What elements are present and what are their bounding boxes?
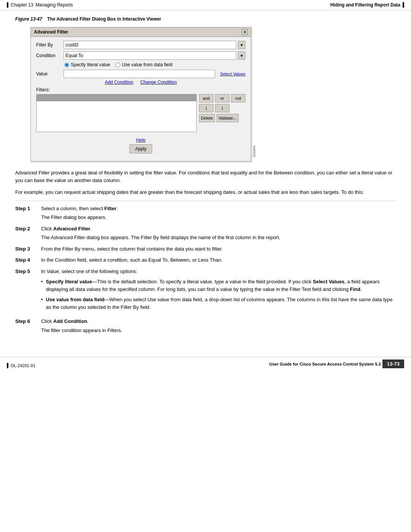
step-2-sub: The Advanced Filter dialog box appears. … xyxy=(41,234,396,241)
filters-container: and or not ( ) Delete Validate... xyxy=(36,94,245,132)
radio-data-field-label: Use value from data field xyxy=(122,62,172,67)
filter-by-field: ▼ xyxy=(64,41,245,49)
step-5: Step 5 In Value, select one of the follo… xyxy=(15,268,396,314)
filter-by-row: Filter By ▼ xyxy=(36,41,245,49)
bullet-2-dot: • xyxy=(41,296,43,311)
add-condition-link[interactable]: Add Condition xyxy=(105,80,133,85)
body-para2: For example, you can request actual ship… xyxy=(15,189,396,196)
page-header: Chapter 13 Managing Reports Hiding and F… xyxy=(0,0,411,10)
header-right-title: Hiding and Filtering Report Data xyxy=(330,2,400,8)
bullet-2: • Use value from data field—When you sel… xyxy=(41,296,396,311)
step-4-text: In the Condition field, select a conditi… xyxy=(41,257,222,263)
step-6: Step 6 Click Add Condition. The filter c… xyxy=(15,318,396,334)
step-1-label: Step 1 xyxy=(15,205,41,221)
apply-button[interactable]: Apply xyxy=(129,144,152,153)
dialog-close-button[interactable]: ✕ xyxy=(242,29,248,35)
value-label: Value xyxy=(36,71,64,77)
chapter-label: Chapter 13 xyxy=(11,2,33,8)
step-3: Step 3 From the Filter By menu, select t… xyxy=(15,245,396,253)
condition-label: Condition xyxy=(36,53,64,58)
dialog-footer: Help Apply xyxy=(36,135,245,157)
value-row: Value Select Values xyxy=(36,70,245,78)
or-button[interactable]: or xyxy=(215,94,229,102)
chapter-title: Managing Reports xyxy=(35,2,73,8)
footer-left-bar-icon xyxy=(7,363,8,368)
close-icon: ✕ xyxy=(243,30,247,35)
step-2-label: Step 2 xyxy=(15,225,41,241)
validate-button[interactable]: Validate... xyxy=(217,114,239,122)
header-left: Chapter 13 Managing Reports xyxy=(7,2,73,8)
footer-right-text: User Guide for Cisco Secure Access Contr… xyxy=(269,362,381,366)
footer-right: User Guide for Cisco Secure Access Contr… xyxy=(269,359,404,368)
filter-by-label: Filter By xyxy=(36,42,64,48)
step-4-content: In the Condition field, select a conditi… xyxy=(41,256,396,264)
step-6-label: Step 6 xyxy=(15,318,41,334)
delete-button[interactable]: Delete xyxy=(199,114,215,122)
step-1-text: Select a column, then select Filter. xyxy=(41,206,118,211)
page-content: Figure 13-47 The Advanced Filter Dialog … xyxy=(0,10,411,349)
dialog-wrapper: Advanced Filter ✕ Filter By ▼ Condit xyxy=(30,27,396,161)
step-3-content: From the Filter By menu, select the colu… xyxy=(41,245,396,253)
filters-list[interactable] xyxy=(36,94,197,132)
filter-by-dropdown-arrow[interactable]: ▼ xyxy=(238,41,245,49)
step-2: Step 2 Click Advanced Filter. The Advanc… xyxy=(15,225,396,241)
open-paren-button[interactable]: ( xyxy=(199,104,213,112)
filter-btn-row-1: and or not xyxy=(199,94,245,102)
step-6-content: Click Add Condition. The filter conditio… xyxy=(41,318,396,334)
close-paren-button[interactable]: ) xyxy=(215,104,229,112)
step-5-bullets: • Specify literal value—This is the defa… xyxy=(41,278,396,311)
step-6-text: Click Add Condition. xyxy=(41,318,89,324)
step-1: Step 1 Select a column, then select Filt… xyxy=(15,205,396,221)
figure-description: The Advanced Filter Dialog Box in Intera… xyxy=(47,16,161,22)
condition-row: Condition ▼ xyxy=(36,51,245,60)
page-number: 13-73 xyxy=(382,359,404,368)
bullet-1: • Specify literal value—This is the defa… xyxy=(41,278,396,293)
header-right: Hiding and Filtering Report Data xyxy=(330,2,404,8)
step-1-content: Select a column, then select Filter. The… xyxy=(41,205,396,221)
condition-links: Add Condition Change Condition xyxy=(36,80,245,85)
radio-data-field-option[interactable]: Use value from data field xyxy=(115,62,172,67)
bullet-1-dot: • xyxy=(41,278,43,293)
step-5-label: Step 5 xyxy=(15,268,41,314)
filter-btn-row-2: ( ) xyxy=(199,104,245,112)
filters-label: Filters: xyxy=(36,87,245,93)
radio-data-field-input[interactable] xyxy=(115,62,120,67)
filters-buttons: and or not ( ) Delete Validate... xyxy=(199,94,245,132)
dialog-titlebar: Advanced Filter ✕ xyxy=(31,27,251,37)
filters-section: Filters: and or not ( xyxy=(36,87,245,132)
figure-annotation: 204464 xyxy=(252,146,259,157)
step-4: Step 4 In the Condition field, select a … xyxy=(15,256,396,264)
condition-input[interactable] xyxy=(64,51,236,60)
help-link[interactable]: Help xyxy=(36,137,245,143)
page-footer: OL-24201-01 User Guide for Cisco Secure … xyxy=(0,357,411,371)
step-3-label: Step 3 xyxy=(15,245,41,253)
header-right-bar-icon xyxy=(403,2,404,8)
and-button[interactable]: and xyxy=(199,94,213,102)
figure-title: Figure 13-47 The Advanced Filter Dialog … xyxy=(15,16,396,22)
value-input[interactable] xyxy=(64,70,215,78)
step-4-label: Step 4 xyxy=(15,256,41,264)
radio-literal-option[interactable]: Specify literal value xyxy=(64,62,110,67)
not-button[interactable]: not xyxy=(231,94,245,102)
footer-left: OL-24201-01 xyxy=(7,363,35,368)
filters-list-header xyxy=(37,94,196,101)
select-values-link[interactable]: Select Values xyxy=(220,72,245,76)
condition-dropdown-arrow[interactable]: ▼ xyxy=(238,51,245,60)
condition-field: ▼ xyxy=(64,51,245,60)
steps-section: Step 1 Select a column, then select Filt… xyxy=(15,201,396,334)
bullet-2-text: Use value from data field—When you selec… xyxy=(46,296,396,311)
dialog-body: Filter By ▼ Condition ▼ xyxy=(31,37,251,161)
filter-by-input[interactable] xyxy=(64,41,236,49)
change-condition-link[interactable]: Change Condition xyxy=(140,80,177,85)
figure-label: Figure 13-47 xyxy=(15,16,42,22)
advanced-filter-dialog: Advanced Filter ✕ Filter By ▼ Condit xyxy=(30,27,251,161)
step-2-content: Click Advanced Filter. The Advanced Filt… xyxy=(41,225,396,241)
value-field: Select Values xyxy=(64,70,245,78)
radio-literal-label: Specify literal value xyxy=(71,62,110,67)
radio-literal-input[interactable] xyxy=(64,62,69,67)
step-6-sub: The filter condition appears in Filters. xyxy=(41,327,396,334)
doc-number: OL-24201-01 xyxy=(11,363,35,368)
step-2-text: Click Advanced Filter. xyxy=(41,226,92,232)
filter-btn-row-3: Delete Validate... xyxy=(199,114,245,122)
step-5-content: In Value, select one of the following op… xyxy=(41,268,396,314)
